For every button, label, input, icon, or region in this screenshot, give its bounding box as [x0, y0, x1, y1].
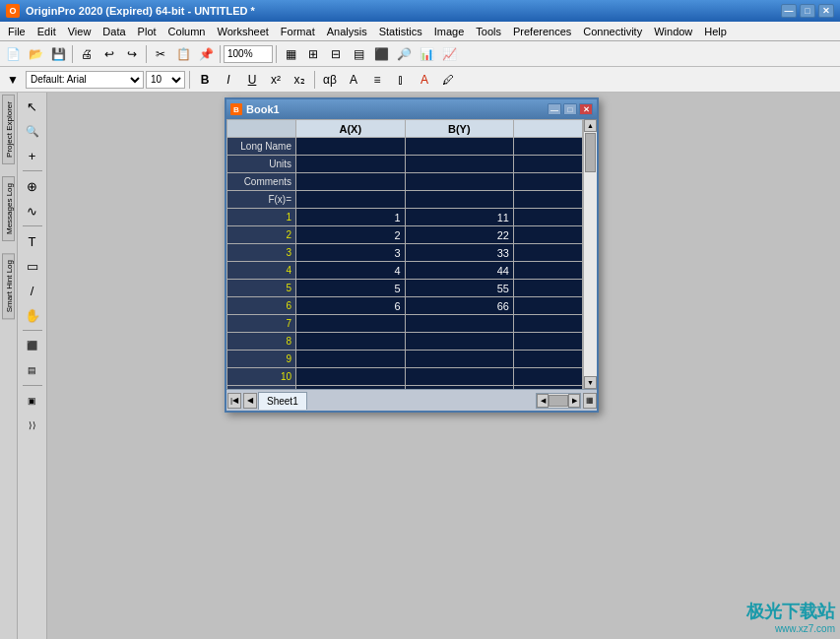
- cell-10-a[interactable]: [296, 368, 406, 386]
- menu-help[interactable]: Help: [698, 24, 733, 39]
- new-button[interactable]: 📄: [2, 43, 24, 65]
- fx-b[interactable]: [405, 191, 514, 209]
- text-tool[interactable]: T: [21, 229, 44, 253]
- select-tool[interactable]: ↖: [21, 95, 44, 118]
- hscroll-end[interactable]: ▦: [583, 393, 597, 409]
- wave-tool[interactable]: ∿: [21, 199, 44, 223]
- sheet-nav-first[interactable]: |◀: [227, 393, 241, 409]
- tb-btn2[interactable]: ⊞: [302, 43, 324, 65]
- add-tool[interactable]: +: [21, 144, 44, 167]
- tb-btn5[interactable]: ⬛: [370, 43, 392, 65]
- cell-11-b[interactable]: [405, 386, 514, 390]
- zoom-tool[interactable]: 🔍: [21, 119, 44, 143]
- fx-c[interactable]: [514, 191, 583, 209]
- menu-analysis[interactable]: Analysis: [321, 24, 373, 39]
- menu-plot[interactable]: Plot: [132, 24, 162, 39]
- tb-btn1[interactable]: ▦: [280, 43, 301, 65]
- scroll-down-button[interactable]: ▼: [584, 376, 597, 389]
- undo-button[interactable]: ↩: [98, 43, 120, 65]
- cell-7-b[interactable]: [405, 315, 514, 333]
- bold-button[interactable]: B: [194, 69, 216, 91]
- subscript-button[interactable]: x₂: [289, 69, 310, 91]
- tb-btn3[interactable]: ⊟: [325, 43, 347, 65]
- cell-9-a[interactable]: [296, 351, 406, 368]
- cell-2-a[interactable]: 2: [296, 226, 406, 244]
- cell-2-b[interactable]: 22: [405, 226, 514, 244]
- vtb-btn2[interactable]: ▤: [21, 358, 44, 382]
- tb-btn8[interactable]: 📈: [438, 43, 460, 65]
- scroll-thumb[interactable]: [585, 133, 596, 172]
- vtb-btn4[interactable]: ⟩⟩: [21, 414, 44, 437]
- col-header-a[interactable]: A(X): [296, 120, 406, 138]
- menu-window[interactable]: Window: [648, 24, 698, 39]
- book1-close[interactable]: ✕: [579, 103, 593, 115]
- menu-data[interactable]: Data: [97, 24, 131, 39]
- redo-button[interactable]: ↪: [121, 43, 143, 65]
- cell-4-c[interactable]: [514, 262, 583, 280]
- sheet-tab-sheet1[interactable]: Sheet1: [258, 392, 307, 410]
- cut-button[interactable]: ✂: [150, 43, 171, 65]
- vtb-btn1[interactable]: ⬛: [21, 334, 44, 357]
- rect-tool[interactable]: ▭: [21, 254, 44, 278]
- tb-btn6[interactable]: 🔎: [393, 43, 415, 65]
- alpha-button[interactable]: αβ: [319, 69, 341, 91]
- cell-8-a[interactable]: [296, 333, 406, 351]
- menu-statistics[interactable]: Statistics: [373, 24, 428, 39]
- menu-preferences[interactable]: Preferences: [507, 24, 577, 39]
- copy-button[interactable]: 📋: [172, 43, 194, 65]
- cell-5-b[interactable]: 55: [405, 280, 514, 297]
- highlight-button[interactable]: 🖊: [437, 69, 459, 91]
- cell-6-c[interactable]: [514, 297, 583, 315]
- hscroll-left[interactable]: ◀: [537, 394, 549, 408]
- menu-tools[interactable]: Tools: [470, 24, 507, 39]
- cell-8-c[interactable]: [514, 333, 583, 351]
- cell-3-a[interactable]: 3: [296, 244, 406, 262]
- menu-worksheet[interactable]: Worksheet: [211, 24, 274, 39]
- cell-11-c[interactable]: [514, 386, 583, 390]
- cell-9-b[interactable]: [405, 351, 514, 368]
- menu-connectivity[interactable]: Connectivity: [577, 24, 648, 39]
- units-b[interactable]: [405, 156, 514, 173]
- font-btn2[interactable]: ⫿: [390, 69, 412, 91]
- scroll-up-button[interactable]: ▲: [584, 119, 597, 132]
- longname-a[interactable]: [296, 138, 406, 156]
- menu-edit[interactable]: Edit: [32, 24, 62, 39]
- messages-log-tab[interactable]: Messages Log: [2, 176, 15, 241]
- open-button[interactable]: 📂: [25, 43, 46, 65]
- cell-9-c[interactable]: [514, 351, 583, 368]
- save-button[interactable]: 💾: [47, 43, 69, 65]
- col-header-empty[interactable]: [514, 120, 583, 138]
- cell-6-a[interactable]: 6: [296, 297, 406, 315]
- underline-button[interactable]: U: [241, 69, 263, 91]
- font-select[interactable]: Default: Arial: [26, 71, 144, 89]
- comments-c[interactable]: [514, 173, 583, 191]
- cell-5-a[interactable]: 5: [296, 280, 406, 297]
- sheet-nav-prev[interactable]: ◀: [243, 393, 257, 409]
- book1-maximize[interactable]: □: [563, 103, 577, 115]
- superscript-button[interactable]: x²: [265, 69, 287, 91]
- font-color-button[interactable]: A: [414, 69, 435, 91]
- maximize-button[interactable]: □: [800, 4, 815, 18]
- print-button[interactable]: 🖨: [76, 43, 97, 65]
- cell-1-b[interactable]: 11: [405, 209, 514, 226]
- tb-btn4[interactable]: ▤: [348, 43, 369, 65]
- font-menu-btn[interactable]: ▼: [2, 69, 24, 91]
- cell-7-c[interactable]: [514, 315, 583, 333]
- hand-tool[interactable]: ✋: [21, 303, 44, 327]
- book1-minimize[interactable]: —: [548, 103, 561, 115]
- crosshair-tool[interactable]: ⊕: [21, 174, 44, 198]
- font-size-select[interactable]: 10 12: [146, 71, 185, 89]
- cell-6-b[interactable]: 66: [405, 297, 514, 315]
- cell-10-b[interactable]: [405, 368, 514, 386]
- menu-view[interactable]: View: [62, 24, 97, 39]
- smart-hint-tab[interactable]: Smart Hint Log: [2, 253, 15, 319]
- cell-8-b[interactable]: [405, 333, 514, 351]
- cell-3-c[interactable]: [514, 244, 583, 262]
- fx-a[interactable]: [296, 191, 406, 209]
- cell-1-c[interactable]: [514, 209, 583, 226]
- comments-a[interactable]: [296, 173, 406, 191]
- menu-format[interactable]: Format: [275, 24, 321, 39]
- italic-button[interactable]: I: [218, 69, 239, 91]
- cell-10-c[interactable]: [514, 368, 583, 386]
- cell-4-b[interactable]: 44: [405, 262, 514, 280]
